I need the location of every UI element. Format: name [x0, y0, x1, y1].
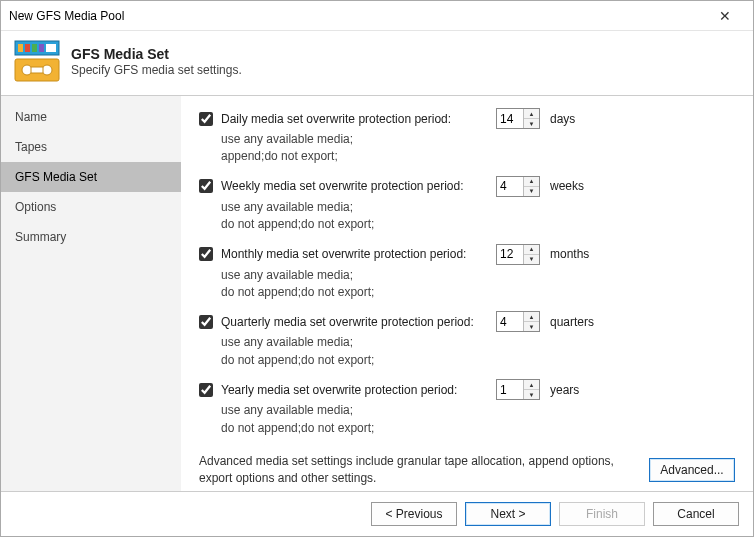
yearly-value-input[interactable]	[497, 380, 523, 399]
weekly-subtext: use any available media; do not append;d…	[221, 199, 735, 234]
monthly-value-input[interactable]	[497, 245, 523, 264]
weekly-checkbox[interactable]	[199, 179, 213, 193]
weekly-spinner-down-icon[interactable]: ▼	[524, 187, 539, 196]
svg-rect-3	[32, 44, 37, 52]
mediaset-row-yearly: Yearly media set overwrite protection pe…	[199, 379, 735, 437]
mediaset-row-monthly: Monthly media set overwrite protection p…	[199, 244, 735, 302]
window-title: New GFS Media Pool	[9, 9, 705, 23]
monthly-unit: months	[550, 247, 589, 261]
yearly-checkbox[interactable]	[199, 383, 213, 397]
daily-label: Daily media set overwrite protection per…	[221, 112, 496, 126]
yearly-spinner-down-icon[interactable]: ▼	[524, 390, 539, 399]
yearly-subtext: use any available media; do not append;d…	[221, 402, 735, 437]
monthly-checkbox[interactable]	[199, 247, 213, 261]
tape-icon	[13, 37, 61, 85]
advanced-text: Advanced media set settings include gran…	[199, 453, 639, 487]
mediaset-row-weekly: Weekly media set overwrite protection pe…	[199, 176, 735, 234]
cancel-button[interactable]: Cancel	[653, 502, 739, 526]
quarterly-label: Quarterly media set overwrite protection…	[221, 315, 496, 329]
svg-rect-4	[39, 44, 44, 52]
quarterly-spinner-up-icon[interactable]: ▲	[524, 312, 539, 322]
daily-spinner-up-icon[interactable]: ▲	[524, 109, 539, 119]
page-subtitle: Specify GFS media set settings.	[71, 63, 242, 77]
body: Name Tapes GFS Media Set Options Summary…	[1, 96, 753, 491]
header-text: GFS Media Set Specify GFS media set sett…	[71, 46, 242, 77]
quarterly-spinner-down-icon[interactable]: ▼	[524, 322, 539, 331]
yearly-spinner: ▲ ▼	[496, 379, 540, 400]
mediaset-row-quarterly: Quarterly media set overwrite protection…	[199, 311, 735, 369]
daily-value-input[interactable]	[497, 109, 523, 128]
sidebar-item-summary[interactable]: Summary	[1, 222, 181, 252]
weekly-unit: weeks	[550, 179, 584, 193]
quarterly-unit: quarters	[550, 315, 594, 329]
weekly-label: Weekly media set overwrite protection pe…	[221, 179, 496, 193]
monthly-spinner-down-icon[interactable]: ▼	[524, 255, 539, 264]
finish-button: Finish	[559, 502, 645, 526]
daily-spinner: ▲ ▼	[496, 108, 540, 129]
footer: < Previous Next > Finish Cancel	[1, 491, 753, 536]
svg-rect-2	[25, 44, 30, 52]
monthly-spinner-up-icon[interactable]: ▲	[524, 245, 539, 255]
yearly-spinner-up-icon[interactable]: ▲	[524, 380, 539, 390]
advanced-row: Advanced media set settings include gran…	[199, 447, 735, 487]
sidebar: Name Tapes GFS Media Set Options Summary	[1, 96, 181, 491]
daily-subtext: use any available media; append;do not e…	[221, 131, 735, 166]
daily-checkbox[interactable]	[199, 112, 213, 126]
previous-button[interactable]: < Previous	[371, 502, 457, 526]
daily-unit: days	[550, 112, 575, 126]
close-icon[interactable]: ✕	[705, 8, 745, 24]
yearly-label: Yearly media set overwrite protection pe…	[221, 383, 496, 397]
weekly-spinner-up-icon[interactable]: ▲	[524, 177, 539, 187]
dialog-window: New GFS Media Pool ✕ GFS Media Set Speci…	[0, 0, 754, 537]
sidebar-item-tapes[interactable]: Tapes	[1, 132, 181, 162]
header: GFS Media Set Specify GFS media set sett…	[1, 31, 753, 96]
svg-rect-5	[46, 44, 56, 52]
quarterly-checkbox[interactable]	[199, 315, 213, 329]
titlebar: New GFS Media Pool ✕	[1, 1, 753, 31]
page-title: GFS Media Set	[71, 46, 242, 62]
svg-rect-1	[18, 44, 23, 52]
weekly-value-input[interactable]	[497, 177, 523, 196]
content: Daily media set overwrite protection per…	[181, 96, 753, 491]
monthly-label: Monthly media set overwrite protection p…	[221, 247, 496, 261]
quarterly-subtext: use any available media; do not append;d…	[221, 334, 735, 369]
daily-spinner-down-icon[interactable]: ▼	[524, 119, 539, 128]
monthly-subtext: use any available media; do not append;d…	[221, 267, 735, 302]
sidebar-item-options[interactable]: Options	[1, 192, 181, 222]
advanced-button[interactable]: Advanced...	[649, 458, 735, 482]
sidebar-item-gfs-media-set[interactable]: GFS Media Set	[1, 162, 181, 192]
weekly-spinner: ▲ ▼	[496, 176, 540, 197]
quarterly-value-input[interactable]	[497, 312, 523, 331]
sidebar-item-name[interactable]: Name	[1, 102, 181, 132]
next-button[interactable]: Next >	[465, 502, 551, 526]
svg-rect-9	[31, 67, 43, 73]
yearly-unit: years	[550, 383, 579, 397]
mediaset-row-daily: Daily media set overwrite protection per…	[199, 108, 735, 166]
monthly-spinner: ▲ ▼	[496, 244, 540, 265]
quarterly-spinner: ▲ ▼	[496, 311, 540, 332]
